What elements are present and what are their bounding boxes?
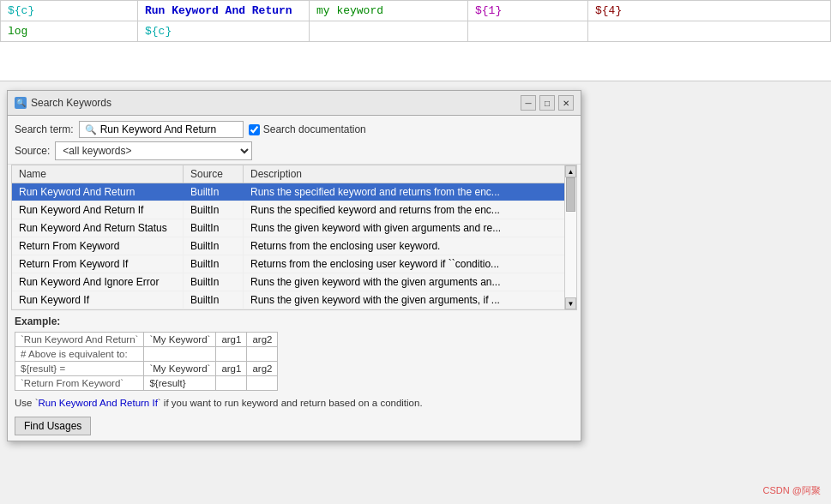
ex-r4c3 xyxy=(216,376,247,391)
result-source: BuiltIn xyxy=(184,237,244,255)
example-row-1: `Run Keyword And Return` `My Keyword` ar… xyxy=(15,333,278,347)
find-usages-button[interactable]: Find Usages xyxy=(15,417,91,435)
search-doc-checkbox[interactable] xyxy=(249,124,260,135)
results-inner: Name Source Description Run Keyword And … xyxy=(12,165,564,309)
result-source: BuiltIn xyxy=(184,255,244,273)
table-row[interactable]: Run Keyword If BuiltIn Runs the given ke… xyxy=(12,291,564,309)
row1-col5: ${4} xyxy=(588,1,831,21)
minimize-button[interactable]: ─ xyxy=(521,95,536,111)
ex-r2c2 xyxy=(144,347,216,362)
table-row[interactable]: Return From Keyword If BuiltIn Returns f… xyxy=(12,255,564,273)
search-doc-checkbox-label[interactable]: Search documentation xyxy=(249,123,366,135)
result-source: BuiltIn xyxy=(184,273,244,291)
row1-col2: Run Keyword And Return xyxy=(138,1,310,21)
ex-r1c2: `My Keyword` xyxy=(144,333,216,347)
result-name: Return From Keyword If xyxy=(12,255,184,273)
result-source: BuiltIn xyxy=(184,219,244,237)
scrollbar-thumb[interactable] xyxy=(566,177,575,212)
ex-r2c4 xyxy=(247,347,278,362)
maximize-button[interactable]: □ xyxy=(539,95,555,111)
row1-col4: ${1} xyxy=(468,1,588,21)
row2-col4 xyxy=(468,21,588,42)
search-doc-label: Search documentation xyxy=(263,123,366,135)
row1-col1: ${c} xyxy=(1,1,138,21)
result-source: BuiltIn xyxy=(184,291,244,309)
results-header: Name Source Description xyxy=(12,165,564,183)
source-row: Source: <all keywords> xyxy=(15,141,574,160)
search-row: Search term: 🔍 Search documentation xyxy=(15,121,574,138)
result-description: Runs the given keyword with the given ar… xyxy=(244,291,564,309)
result-name: Run Keyword And Ignore Error xyxy=(12,273,184,291)
watermark: CSDN @阿聚 xyxy=(763,484,821,497)
dialog-titlebar: 🔍 Search Keywords ─ □ ✕ xyxy=(8,91,581,116)
result-name: Run Keyword And Return xyxy=(12,183,184,201)
table-row[interactable]: Run Keyword And Ignore Error BuiltIn Run… xyxy=(12,273,564,291)
result-description: Runs the specified keyword and returns f… xyxy=(244,201,564,219)
ex-r3c3: arg1 xyxy=(216,362,247,376)
header-name: Name xyxy=(12,165,184,183)
table-row[interactable]: Return From Keyword BuiltIn Returns from… xyxy=(12,237,564,255)
row2-col5 xyxy=(588,21,831,42)
result-description: Returns from the enclosing user keyword … xyxy=(244,255,564,273)
ex-r1c1: `Run Keyword And Return` xyxy=(15,333,144,347)
result-name: Run Keyword And Return If xyxy=(12,201,184,219)
ex-r4c1: `Return From Keyword` xyxy=(15,376,144,391)
search-keywords-dialog: 🔍 Search Keywords ─ □ ✕ Search term: 🔍 S… xyxy=(7,90,581,441)
dialog-title: Search Keywords xyxy=(31,97,111,109)
search-icon: 🔍 xyxy=(85,124,97,135)
result-source: BuiltIn xyxy=(184,201,244,219)
search-term-label: Search term: xyxy=(15,123,74,135)
scrollbar-up[interactable]: ▲ xyxy=(565,165,576,177)
result-description: Runs the given keyword with given argume… xyxy=(244,219,564,237)
row2-col2: ${c} xyxy=(138,21,310,42)
result-name: Run Keyword If xyxy=(12,291,184,309)
result-name: Return From Keyword xyxy=(12,237,184,255)
dialog-icon: 🔍 xyxy=(15,97,27,109)
result-description: Runs the specified keyword and returns f… xyxy=(244,183,564,201)
background-table: ${c} Run Keyword And Return my keyword $… xyxy=(0,0,831,81)
table-row[interactable]: Run Keyword And Return BuiltIn Runs the … xyxy=(12,183,564,201)
dialog-title-left: 🔍 Search Keywords xyxy=(15,97,111,109)
results-body: Run Keyword And Return BuiltIn Runs the … xyxy=(12,183,564,309)
example-row-2: # Above is equivalent to: xyxy=(15,347,278,362)
example-table: `Run Keyword And Return` `My Keyword` ar… xyxy=(15,332,278,391)
source-label: Source: xyxy=(15,145,50,157)
example-label: Example: xyxy=(15,315,574,327)
usage-text: Use `Run Keyword And Return If` if you w… xyxy=(15,396,574,410)
ex-r4c2: ${result} xyxy=(144,376,216,391)
ex-r3c2: `My Keyword` xyxy=(144,362,216,376)
example-area: Example: `Run Keyword And Return` `My Ke… xyxy=(8,310,581,441)
result-description: Returns from the enclosing user keyword. xyxy=(244,237,564,255)
source-select[interactable]: <all keywords> xyxy=(55,141,252,160)
ex-r2c1: # Above is equivalent to: xyxy=(15,347,144,362)
scrollbar[interactable]: ▲ ▼ xyxy=(564,165,576,309)
row1-col3: my keyword xyxy=(310,1,468,21)
usage-link[interactable]: Run Keyword And Return If xyxy=(38,398,157,408)
row2-col1: log xyxy=(1,21,138,42)
search-input-wrapper: 🔍 xyxy=(79,121,244,138)
scrollbar-down[interactable]: ▼ xyxy=(565,297,576,309)
example-row-3: ${result} = `My Keyword` arg1 arg2 xyxy=(15,362,278,376)
results-container: Name Source Description Run Keyword And … xyxy=(11,165,577,310)
ex-r1c3: arg1 xyxy=(216,333,247,347)
result-name: Run Keyword And Return Status xyxy=(12,219,184,237)
scrollbar-track xyxy=(565,177,576,297)
result-description: Runs the given keyword with the given ar… xyxy=(244,273,564,291)
ex-r3c1: ${result} = xyxy=(15,362,144,376)
row2-col3 xyxy=(310,21,468,42)
result-source: BuiltIn xyxy=(184,183,244,201)
titlebar-buttons: ─ □ ✕ xyxy=(521,95,574,111)
ex-r2c3 xyxy=(216,347,247,362)
table-row[interactable]: Run Keyword And Return If BuiltIn Runs t… xyxy=(12,201,564,219)
table-row[interactable]: Run Keyword And Return Status BuiltIn Ru… xyxy=(12,219,564,237)
search-input[interactable] xyxy=(100,123,238,135)
close-button[interactable]: ✕ xyxy=(558,95,574,111)
search-area: Search term: 🔍 Search documentation Sour… xyxy=(8,116,581,165)
ex-r4c4 xyxy=(247,376,278,391)
ex-r3c4: arg2 xyxy=(247,362,278,376)
header-source: Source xyxy=(184,165,244,183)
example-row-4: `Return From Keyword` ${result} xyxy=(15,376,278,391)
ex-r1c4: arg2 xyxy=(247,333,278,347)
header-description: Description xyxy=(244,165,564,183)
